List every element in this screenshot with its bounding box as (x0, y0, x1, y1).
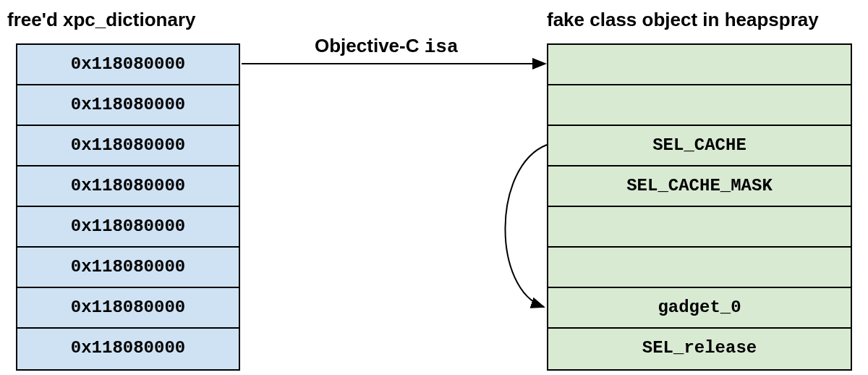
table-row: 0x118080000 (17, 207, 239, 248)
left-table-title: free'd xpc_dictionary (7, 9, 196, 31)
sel-cache-to-gadget-arrow (505, 145, 547, 307)
table-row: SEL_CACHE (548, 126, 851, 167)
table-row (548, 85, 851, 126)
right-table-title: fake class object in heapspray (547, 9, 819, 31)
table-row: 0x118080000 (17, 45, 239, 85)
table-row: 0x118080000 (17, 167, 239, 207)
left-table: 0x118080000 0x118080000 0x118080000 0x11… (16, 43, 240, 371)
table-row: 0x118080000 (17, 126, 239, 167)
table-row (548, 45, 851, 85)
table-row: gadget_0 (548, 288, 851, 329)
arrow-label-prefix: Objective-C (315, 35, 425, 56)
table-row (548, 207, 851, 248)
table-row: 0x118080000 (17, 85, 239, 126)
table-row: 0x118080000 (17, 329, 239, 369)
arrow-label-mono: isa (425, 36, 459, 58)
table-row: SEL_CACHE_MASK (548, 167, 851, 207)
table-row: 0x118080000 (17, 288, 239, 329)
table-row (548, 248, 851, 288)
table-row: SEL_release (548, 329, 851, 369)
table-row: 0x118080000 (17, 248, 239, 288)
right-table: SEL_CACHE SEL_CACHE_MASK gadget_0 SEL_re… (547, 43, 852, 371)
isa-arrow-label: Objective-C isa (315, 35, 459, 58)
